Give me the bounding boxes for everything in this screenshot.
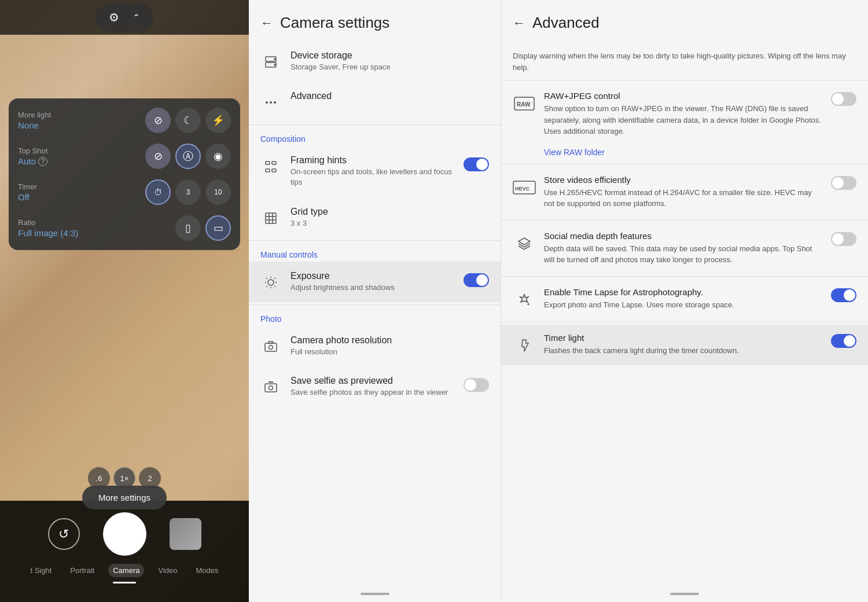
- divider-1: [249, 124, 501, 125]
- timelapse-toggle-thumb: [844, 289, 855, 301]
- advanced-item-store-videos[interactable]: HEVC Store videos efficiently Use H.265/…: [501, 167, 868, 218]
- svg-marker-34: [518, 238, 530, 245]
- settings-item-device-storage[interactable]: Device storage Storage Saver, Free up sp…: [249, 41, 501, 82]
- mode-video[interactable]: Video: [153, 564, 182, 577]
- top-shot-on-icon[interactable]: ◉: [205, 144, 231, 169]
- svg-rect-27: [269, 342, 273, 343]
- more-light-label: More light: [18, 111, 51, 119]
- timer-light-toggle-switch[interactable]: [831, 334, 856, 348]
- settings-scroll[interactable]: Device storage Storage Saver, Free up sp…: [249, 41, 501, 588]
- device-storage-subtitle: Storage Saver, Free up space: [290, 62, 489, 72]
- top-shot-icons: ⊘ Ⓐ ◉: [145, 144, 231, 169]
- dots-icon: [260, 92, 281, 113]
- advanced-scroll[interactable]: Display warning when the lens may be too…: [501, 41, 868, 588]
- top-shot-value: Auto ?: [18, 156, 47, 166]
- night-icon[interactable]: ☾: [175, 108, 201, 133]
- section-photo: Photo: [249, 307, 501, 326]
- more-light-icons: ⊘ ☾ ⚡: [145, 108, 231, 133]
- shutter-button[interactable]: [103, 512, 146, 556]
- social-depth-toggle[interactable]: [831, 232, 856, 246]
- top-shot-off-icon[interactable]: ⊘: [145, 144, 171, 169]
- store-videos-toggle-switch[interactable]: [831, 176, 856, 190]
- exposure-toggle[interactable]: [464, 273, 489, 287]
- timer-icons: ⏱ 3 10: [145, 179, 231, 205]
- more-settings-button[interactable]: More settings: [82, 486, 167, 509]
- view-raw-folder-link[interactable]: View RAW folder: [501, 145, 868, 161]
- social-depth-toggle-switch[interactable]: [831, 232, 856, 246]
- svg-point-4: [266, 101, 268, 104]
- save-selfie-title: Save selfie as previewed: [290, 376, 457, 386]
- timer-light-toggle[interactable]: [831, 334, 856, 348]
- timer-light-text: Timer light Flashes the back camera ligh…: [544, 333, 824, 357]
- advanced-item-social-depth[interactable]: Social media depth features Depth data w…: [501, 223, 868, 274]
- grid-type-text: Grid type 3 x 3: [290, 207, 489, 229]
- raw-jpeg-subtitle: Show option to turn on RAW+JPEG in the v…: [544, 103, 824, 137]
- adv-divider-3: [501, 220, 868, 221]
- framing-hints-toggle[interactable]: [464, 157, 489, 171]
- svg-text:RAW: RAW: [517, 101, 531, 108]
- thumbnail-button[interactable]: [170, 518, 201, 550]
- timer-off-icon[interactable]: ⏱: [145, 179, 171, 205]
- advanced-back-arrow[interactable]: ←: [513, 16, 525, 31]
- ratio-portrait-icon[interactable]: ▯: [175, 215, 201, 241]
- gear-icon[interactable]: ⚙: [105, 8, 123, 27]
- settings-back-arrow[interactable]: ←: [260, 16, 273, 31]
- shutter-row: ↺: [48, 512, 201, 556]
- store-videos-toggle[interactable]: [831, 176, 856, 190]
- exposure-toggle-thumb: [476, 274, 488, 286]
- svg-rect-7: [266, 161, 270, 164]
- settings-item-exposure[interactable]: Exposure Adjust brightness and shadows: [249, 262, 501, 302]
- settings-item-save-selfie[interactable]: Save selfie as previewed Save selfie pho…: [249, 366, 501, 407]
- advanced-item-timer-light[interactable]: Timer light Flashes the back camera ligh…: [501, 325, 868, 365]
- advanced-item-timelapse[interactable]: Enable Time Lapse for Astrophotography. …: [501, 279, 868, 320]
- settings-item-framing-hints[interactable]: Framing hints On-screen tips and tools, …: [249, 146, 501, 197]
- mode-portrait[interactable]: Portrait: [65, 564, 99, 577]
- divider-3: [249, 304, 501, 305]
- rotate-button[interactable]: ↺: [48, 518, 80, 550]
- svg-point-29: [269, 386, 273, 390]
- top-bar-controls: ⚙ ⌃: [95, 3, 153, 31]
- exposure-text: Exposure Adjust brightness and shadows: [290, 271, 457, 293]
- settings-item-grid-type[interactable]: Grid type 3 x 3: [249, 197, 501, 238]
- camera-modes: t Sight Portrait Camera Video Modes: [25, 564, 223, 577]
- exposure-icon: [260, 272, 281, 293]
- top-shot-auto-icon[interactable]: Ⓐ: [175, 144, 201, 169]
- save-selfie-toggle-switch[interactable]: [464, 378, 489, 392]
- section-composition: Composition: [249, 127, 501, 146]
- save-selfie-toggle[interactable]: [464, 378, 489, 392]
- top-shot-label: Top Shot: [18, 146, 47, 155]
- selfie-icon: [260, 377, 281, 398]
- svg-rect-28: [265, 384, 277, 392]
- raw-toggle-switch[interactable]: [831, 92, 856, 106]
- mode-night-sight[interactable]: t Sight: [25, 564, 56, 577]
- settings-item-resolution[interactable]: Camera photo resolution Full resolution: [249, 326, 501, 366]
- settings-header: ← Camera settings: [249, 0, 501, 41]
- advanced-panel: ← Advanced Display warning when the lens…: [501, 0, 868, 602]
- camera-panel: ⚙ ⌃ More light None ⊘ ☾ ⚡ Top Shot Auto …: [0, 0, 249, 602]
- timer-10s-icon[interactable]: 10: [205, 179, 231, 205]
- more-light-row: More light None ⊘ ☾ ⚡: [18, 108, 231, 133]
- exposure-toggle-switch[interactable]: [464, 273, 489, 287]
- raw-jpeg-toggle[interactable]: [831, 92, 856, 106]
- device-storage-text: Device storage Storage Saver, Free up sp…: [290, 50, 489, 72]
- timelapse-title: Enable Time Lapse for Astrophotography.: [544, 287, 824, 297]
- raw-toggle-thumb: [832, 93, 844, 105]
- advanced-item-raw-jpeg[interactable]: RAW RAW+JPEG control Show option to turn…: [501, 83, 868, 145]
- framing-toggle-switch[interactable]: [464, 157, 489, 171]
- settings-item-advanced[interactable]: Advanced: [249, 82, 501, 122]
- advanced-text: Advanced: [290, 91, 489, 102]
- ratio-landscape-icon[interactable]: ▭: [205, 215, 231, 241]
- no-flash-icon[interactable]: ⊘: [145, 108, 171, 133]
- mode-modes[interactable]: Modes: [192, 564, 223, 577]
- resolution-title: Camera photo resolution: [290, 335, 489, 346]
- timelapse-toggle[interactable]: [831, 288, 856, 302]
- svg-point-5: [270, 101, 272, 104]
- flash-icon[interactable]: ⚡: [205, 108, 231, 133]
- timer-3s-icon[interactable]: 3: [175, 179, 201, 205]
- exposure-title: Exposure: [290, 271, 457, 281]
- timelapse-toggle-switch[interactable]: [831, 288, 856, 302]
- timer-row: Timer Off ⏱ 3 10: [18, 179, 231, 205]
- timer-light-toggle-thumb: [844, 335, 855, 347]
- mode-camera[interactable]: Camera: [108, 564, 144, 577]
- chevron-up-icon[interactable]: ⌃: [128, 9, 144, 25]
